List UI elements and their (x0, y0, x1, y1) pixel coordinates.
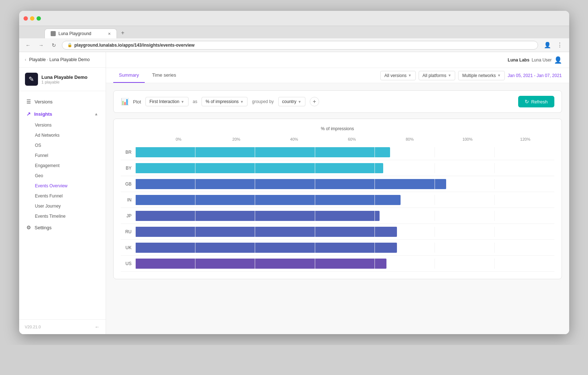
tabs-row: Summary Time series All versions ▼ All p… (106, 68, 569, 83)
forward-button[interactable]: → (37, 41, 46, 50)
plot-value-dropdown[interactable]: % of impressions ▼ (202, 97, 248, 106)
user-account-icon[interactable]: 👤 (554, 56, 562, 64)
breadcrumb-current: Luna Playable Demo (50, 57, 90, 62)
sidebar-sub-item-versions[interactable]: Versions (19, 120, 106, 130)
new-tab-button[interactable]: + (117, 27, 129, 38)
date-range: Jan 05, 2021 - Jan 07, 2021 (508, 73, 562, 78)
bar-country-label: BR (121, 150, 135, 155)
metric-chevron-icon: ▼ (181, 100, 185, 104)
bar-country-label: JP (121, 213, 135, 218)
url-display: playground.lunalabs.io/apps/143/insights… (75, 43, 195, 48)
sidebar-sub-item-engagement[interactable]: Engagement (19, 161, 106, 171)
app-sub: 1 playable (42, 80, 88, 84)
grouped-label: grouped by (252, 99, 274, 104)
filter-networks[interactable]: Multiple networks ▼ (458, 71, 505, 80)
chart-axis-label: % of impressions (121, 126, 554, 131)
bar-track (135, 179, 554, 189)
grid-line (494, 243, 554, 253)
bar-row-jp: JP (121, 208, 554, 224)
tab-title: Luna Playground (59, 31, 92, 36)
sidebar-sub-item-events-timeline[interactable]: Events Timeline (19, 211, 106, 221)
tab-summary[interactable]: Summary (113, 68, 145, 83)
bar-row-in: IN (121, 192, 554, 208)
browser-tab-bar: Luna Playground ✕ + (19, 26, 569, 38)
networks-chevron-icon: ▼ (497, 73, 501, 77)
browser-tab-active[interactable]: Luna Playground ✕ (45, 29, 117, 38)
tab-close-button[interactable]: ✕ (108, 32, 111, 36)
sidebar-item-versions[interactable]: ☰ Versions (19, 95, 106, 108)
company-name: Luna Labs (508, 57, 529, 63)
sidebar-sub-item-funnel[interactable]: Funnel (19, 150, 106, 161)
x-label-6: 120% (496, 137, 554, 141)
settings-icon: ⚙ (26, 225, 31, 230)
bar-row-br: BR (121, 144, 554, 160)
x-label-2: 40% (265, 137, 323, 141)
bar-country-label: IN (121, 197, 135, 203)
menu-button[interactable]: ⋮ (555, 40, 565, 50)
filter-versions[interactable]: All versions ▼ (380, 71, 415, 80)
plot-bar: 📊 Plot First Interaction ▼ as % of impre… (113, 90, 562, 113)
versions-icon: ☰ (26, 99, 31, 105)
main-content: Luna Labs Luna User 👤 Summary Time serie… (106, 52, 569, 334)
back-button[interactable]: ← (24, 41, 33, 50)
bar-row-ru: RU (121, 224, 554, 240)
value-chevron-icon: ▼ (240, 100, 244, 104)
browser-actions: 👤 ⋮ (542, 40, 565, 50)
sidebar: ‹ Playable · Luna Playable Demo ✎ Luna P… (19, 52, 106, 334)
add-filter-button[interactable]: + (310, 97, 319, 106)
top-header: Luna Labs Luna User 👤 (106, 52, 569, 68)
content-area: 📊 Plot First Interaction ▼ as % of impre… (106, 83, 569, 334)
sidebar-item-label-versions: Versions (35, 99, 53, 105)
bar-track (135, 227, 554, 237)
sidebar-sub-item-os[interactable]: OS (19, 140, 106, 150)
bar-fill (135, 179, 446, 189)
sidebar-item-label-insights: Insights (34, 111, 52, 117)
bar-track (135, 243, 554, 253)
bar-row-by: BY (121, 160, 554, 176)
grid-line (435, 243, 494, 253)
sidebar-sub-item-events-overview[interactable]: Events Overview (19, 181, 106, 191)
bar-track (135, 211, 554, 221)
grid-line (494, 227, 554, 237)
sidebar-sub-item-ad-networks[interactable]: Ad Networks (19, 130, 106, 140)
sidebar-footer: V20.21.0 ← (19, 319, 106, 334)
groupby-chevron-icon: ▼ (298, 100, 301, 104)
sidebar-sub-item-geo[interactable]: Geo (19, 171, 106, 181)
app-logo-text: Luna Playable Demo 1 playable (42, 74, 88, 84)
grid-line (435, 163, 494, 173)
bar-country-label: RU (121, 229, 135, 234)
plot-groupby-dropdown[interactable]: country ▼ (278, 97, 305, 106)
sidebar-item-insights[interactable]: ↗ Insights ▲ (19, 108, 106, 120)
filter-platforms[interactable]: All platforms ▼ (419, 71, 456, 80)
minimize-button[interactable] (30, 16, 34, 21)
bar-track (135, 195, 554, 205)
sidebar-collapse-icon[interactable]: ← (95, 324, 100, 330)
app-logo-area: ✎ Luna Playable Demo 1 playable (19, 68, 106, 91)
bar-fill (135, 211, 380, 221)
refresh-icon: ↻ (525, 99, 529, 105)
sidebar-item-settings[interactable]: ⚙ Settings (19, 221, 106, 234)
sidebar-sub-item-user-journey[interactable]: User Journey (19, 201, 106, 211)
app-container: ‹ Playable · Luna Playable Demo ✎ Luna P… (19, 52, 569, 334)
close-button[interactable] (24, 16, 28, 21)
tab-time-series[interactable]: Time series (146, 68, 182, 83)
plot-chart-icon: 📊 (121, 98, 129, 106)
grid-line (494, 179, 554, 189)
account-button[interactable]: 👤 (542, 40, 553, 50)
chart-container: % of impressions 0% 20% 40% 60% 80% 100%… (113, 119, 562, 279)
refresh-button[interactable]: ↻ Refresh (518, 96, 554, 107)
plot-metric-dropdown[interactable]: First Interaction ▼ (145, 97, 189, 106)
grid-line (435, 147, 494, 157)
bar-row-uk: UK (121, 240, 554, 256)
breadcrumb-back-icon[interactable]: ‹ (25, 57, 26, 62)
reload-button[interactable]: ↻ (50, 41, 58, 50)
x-label-3: 60% (323, 137, 381, 141)
maximize-button[interactable] (37, 16, 41, 21)
address-bar[interactable]: 🔒 playground.lunalabs.io/apps/143/insigh… (62, 41, 538, 50)
traffic-lights (24, 16, 41, 21)
bar-track (135, 147, 554, 157)
breadcrumb-text: Playable · Luna Playable Demo (29, 57, 90, 62)
browser-addressbar: ← → ↻ 🔒 playground.lunalabs.io/apps/143/… (19, 38, 569, 52)
x-label-0: 0% (150, 137, 208, 141)
sidebar-sub-item-events-funnel[interactable]: Events Funnel (19, 191, 106, 201)
